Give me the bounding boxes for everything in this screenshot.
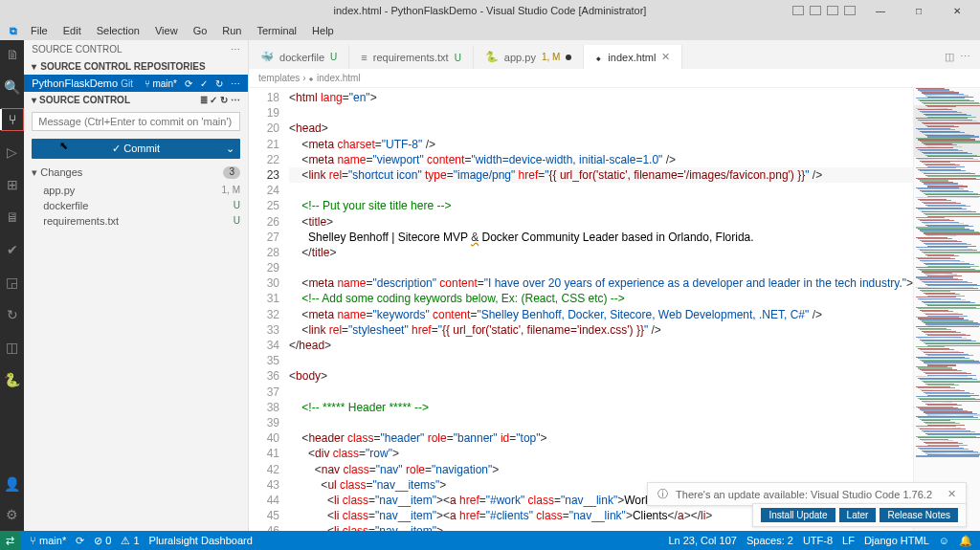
- sync-icon[interactable]: ⟳: [185, 78, 192, 89]
- code-area[interactable]: <html lang="en"><head> <meta charset="UT…: [289, 88, 913, 531]
- testing-icon[interactable]: ✔: [4, 241, 21, 258]
- menu-selection[interactable]: Selection: [91, 23, 145, 38]
- close-notification-icon[interactable]: ✕: [947, 488, 956, 500]
- sidebar: SOURCE CONTROL ⋯ ▾ SOURCE CONTROL REPOSI…: [24, 40, 249, 531]
- more-actions-icon[interactable]: ⋯: [960, 51, 970, 62]
- tab-app-py[interactable]: 🐍 app.py 1, M: [474, 45, 584, 69]
- minimize-button[interactable]: —: [861, 6, 900, 16]
- breadcrumbs[interactable]: templates › ⬥ index.html: [249, 69, 980, 88]
- refresh-icon[interactable]: ↻: [215, 78, 223, 89]
- language-mode[interactable]: Django HTML: [864, 535, 929, 546]
- close-tab-icon[interactable]: ✕: [661, 51, 670, 63]
- sync-status[interactable]: ⟳: [76, 535, 84, 547]
- maximize-button[interactable]: □: [900, 6, 938, 16]
- sidebar-more-icon[interactable]: ⋯: [231, 44, 240, 55]
- commit-button[interactable]: ✓ Commit⌄: [32, 139, 240, 159]
- extensions-icon[interactable]: ⊞: [4, 176, 21, 193]
- chevron-down-icon[interactable]: ⌄: [226, 143, 234, 155]
- tab-index-html[interactable]: ⬥ index.html ✕: [584, 45, 682, 69]
- minimap[interactable]: [913, 88, 980, 531]
- layout-controls[interactable]: [792, 6, 856, 15]
- docker-icon[interactable]: ◲: [4, 274, 21, 291]
- repo-row[interactable]: PythonFlaskDemo Git ⑂ main* ⟳ ✓ ↻ ⋯: [24, 75, 248, 92]
- editor[interactable]: 1819202122232425262728293031323334353637…: [249, 88, 980, 531]
- sidebar-title: SOURCE CONTROL: [32, 44, 122, 55]
- remote-indicator[interactable]: ⇄: [0, 531, 20, 550]
- repos-header[interactable]: SOURCE CONTROL REPOSITORIES: [40, 61, 205, 72]
- release-notes-button[interactable]: Release Notes: [880, 508, 958, 522]
- notification-text: There's an update available: Visual Stud…: [676, 489, 932, 500]
- menu-file[interactable]: File: [25, 23, 54, 38]
- feedback-icon[interactable]: ☺: [939, 535, 949, 546]
- notification-buttons: Install Update Later Release Notes: [752, 503, 967, 527]
- window-title: index.html - PythonFlaskDemo - Visual St…: [334, 5, 647, 16]
- commit-check-icon[interactable]: ✓: [210, 95, 217, 105]
- menu-run[interactable]: Run: [216, 23, 247, 38]
- menu-go[interactable]: Go: [188, 23, 213, 38]
- commit-message-input[interactable]: [32, 112, 240, 131]
- status-bar: ⇄ ⑂ main* ⟳ ⊘ 0 ⚠ 1 Pluralsight Dashboar…: [0, 531, 980, 550]
- editor-area: 🐳 dockerfile U ≡ requirements.txt U 🐍 ap…: [249, 40, 980, 531]
- more-icon[interactable]: ⋯: [231, 78, 240, 89]
- changed-file[interactable]: requirements.txt U: [24, 213, 248, 229]
- close-button[interactable]: ✕: [938, 6, 976, 16]
- changed-file[interactable]: dockerfile U: [24, 198, 248, 213]
- vscode-icon: ⧉: [6, 25, 21, 37]
- settings-gear-icon[interactable]: ⚙: [4, 506, 21, 523]
- tab-requirements[interactable]: ≡ requirements.txt U: [349, 46, 474, 69]
- python-icon[interactable]: 🐍: [4, 371, 21, 388]
- debug-icon[interactable]: ▷: [4, 143, 21, 161]
- menu-terminal[interactable]: Terminal: [252, 23, 303, 38]
- database-icon[interactable]: ◫: [4, 339, 21, 356]
- search-icon[interactable]: 🔍: [4, 78, 21, 96]
- refresh-icon[interactable]: ↻: [220, 95, 228, 105]
- remote-explorer-icon[interactable]: 🖥: [4, 209, 21, 226]
- explorer-icon[interactable]: 🗎: [4, 46, 21, 63]
- line-gutter: 1819202122232425262728293031323334353637…: [249, 88, 289, 531]
- changes-count: 3: [223, 166, 240, 179]
- later-button[interactable]: Later: [839, 508, 877, 522]
- layout-icon[interactable]: [810, 6, 821, 15]
- layout-icon[interactable]: [827, 6, 838, 15]
- eol-status[interactable]: LF: [842, 535, 855, 546]
- activity-bar: 🗎 🔍 ⑂ ▷ ⊞ 🖥 ✔ ◲ ↻ ◫ 🐍 👤 ⚙: [0, 40, 24, 531]
- menubar: ⧉ File Edit Selection View Go Run Termin…: [0, 21, 980, 40]
- warnings-status[interactable]: ⚠ 1: [121, 535, 139, 547]
- install-update-button[interactable]: Install Update: [761, 508, 835, 522]
- cursor-position[interactable]: Ln 23, Col 107: [668, 535, 737, 546]
- menu-view[interactable]: View: [149, 23, 184, 38]
- dashboard-status[interactable]: Pluralsight Dashboard: [149, 535, 253, 546]
- layout-icon[interactable]: [844, 6, 856, 15]
- encoding-status[interactable]: UTF-8: [803, 535, 833, 546]
- view-as-tree-icon[interactable]: ≣: [200, 95, 208, 105]
- errors-status[interactable]: ⊘ 0: [94, 535, 111, 547]
- changes-label[interactable]: Changes: [40, 166, 82, 178]
- notifications-bell-icon[interactable]: 🔔: [959, 535, 972, 547]
- changed-file[interactable]: app.py 1, M: [24, 183, 248, 198]
- live-share-icon[interactable]: ↻: [4, 306, 21, 323]
- more-icon[interactable]: ⋯: [231, 95, 240, 105]
- menu-help[interactable]: Help: [306, 23, 340, 38]
- branch-icon[interactable]: ⑂ main*: [145, 78, 177, 89]
- layout-icon[interactable]: [792, 6, 804, 15]
- accounts-icon[interactable]: 👤: [4, 475, 21, 493]
- commit-check-icon[interactable]: ✓: [200, 78, 208, 89]
- editor-actions: ◫ ⋯: [935, 45, 980, 69]
- split-editor-icon[interactable]: ◫: [945, 51, 954, 62]
- menu-edit[interactable]: Edit: [57, 23, 87, 38]
- indentation-status[interactable]: Spaces: 2: [746, 535, 793, 546]
- dirty-indicator-icon: [566, 55, 571, 60]
- branch-status[interactable]: ⑂ main*: [30, 535, 66, 546]
- tab-bar: 🐳 dockerfile U ≡ requirements.txt U 🐍 ap…: [249, 40, 980, 69]
- scm-header[interactable]: SOURCE CONTROL: [39, 95, 130, 105]
- source-control-icon[interactable]: ⑂: [4, 111, 21, 128]
- titlebar: index.html - PythonFlaskDemo - Visual St…: [0, 0, 980, 21]
- info-icon: ⓘ: [657, 487, 668, 501]
- tab-dockerfile[interactable]: 🐳 dockerfile U: [249, 45, 349, 69]
